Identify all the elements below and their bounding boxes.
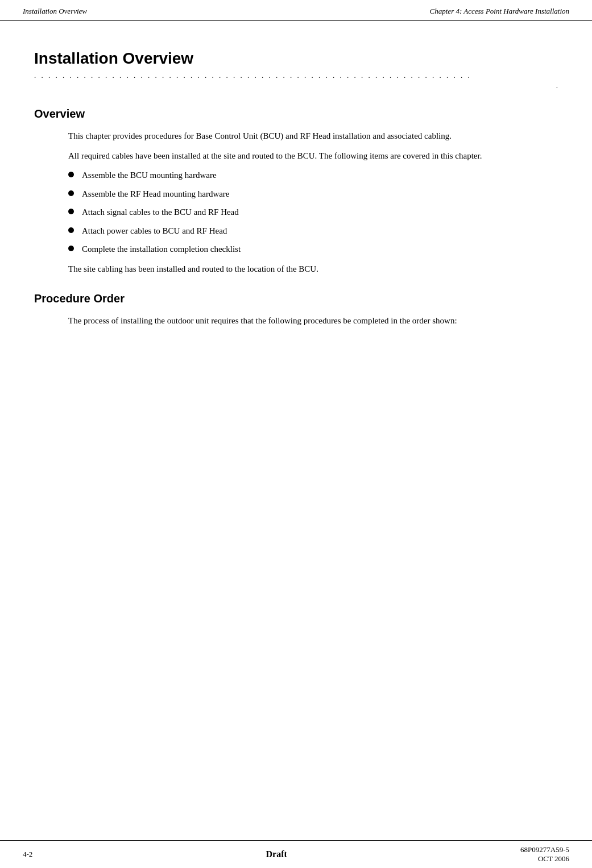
bullet-text-5: Complete the installation completion che… (82, 243, 241, 256)
bullet-dot-icon (68, 246, 74, 251)
title-dots-right: . (34, 81, 558, 90)
list-item: Attach signal cables to the BCU and RF H… (68, 206, 558, 219)
bullet-dot-icon (68, 209, 74, 214)
footer-page-number: 4-2 (23, 850, 32, 859)
header-left-text: Installation Overview (23, 7, 87, 16)
overview-bullet-list: Assemble the BCU mounting hardware Assem… (68, 169, 558, 256)
header-right-text: Chapter 4: Access Point Hardware Install… (430, 7, 569, 16)
site-cabling-note: The site cabling has been installed and … (68, 263, 558, 276)
footer-draft-label: Draft (266, 849, 287, 859)
list-item: Assemble the RF Head mounting hardware (68, 188, 558, 201)
page-title: Installation Overview (34, 49, 558, 68)
list-item: Complete the installation completion che… (68, 243, 558, 256)
footer-doc-number: 68P09277A59-5 (520, 845, 569, 854)
section-body-procedure-order: The process of installing the outdoor un… (68, 314, 558, 327)
bullet-text-3: Attach signal cables to the BCU and RF H… (82, 206, 239, 219)
page-footer: 4-2 Draft 68P09277A59-5 OCT 2006 (0, 840, 592, 868)
bullet-text-4: Attach power cables to BCU and RF Head (82, 225, 227, 238)
bullet-dot-icon (68, 172, 74, 177)
list-item: Assemble the BCU mounting hardware (68, 169, 558, 182)
page-header: Installation Overview Chapter 4: Access … (0, 0, 592, 21)
section-heading-procedure-order: Procedure Order (34, 292, 558, 305)
section-heading-overview: Overview (34, 107, 558, 121)
bullet-dot-icon (68, 190, 74, 196)
footer-document-info: 68P09277A59-5 OCT 2006 (520, 845, 569, 863)
title-dots-line: . . . . . . . . . . . . . . . . . . . . … (34, 71, 558, 80)
overview-para-1: This chapter provides procedures for Bas… (68, 130, 558, 143)
bullet-text-1: Assemble the BCU mounting hardware (82, 169, 217, 182)
footer-doc-date: OCT 2006 (520, 854, 569, 863)
bullet-dot-icon (68, 227, 74, 233)
list-item: Attach power cables to BCU and RF Head (68, 225, 558, 238)
bullet-text-2: Assemble the RF Head mounting hardware (82, 188, 230, 201)
overview-para-2: All required cables have been installed … (68, 149, 558, 163)
main-content: Installation Overview . . . . . . . . . … (0, 21, 592, 368)
section-body-overview: This chapter provides procedures for Bas… (68, 130, 558, 275)
procedure-order-para-1: The process of installing the outdoor un… (68, 314, 558, 327)
